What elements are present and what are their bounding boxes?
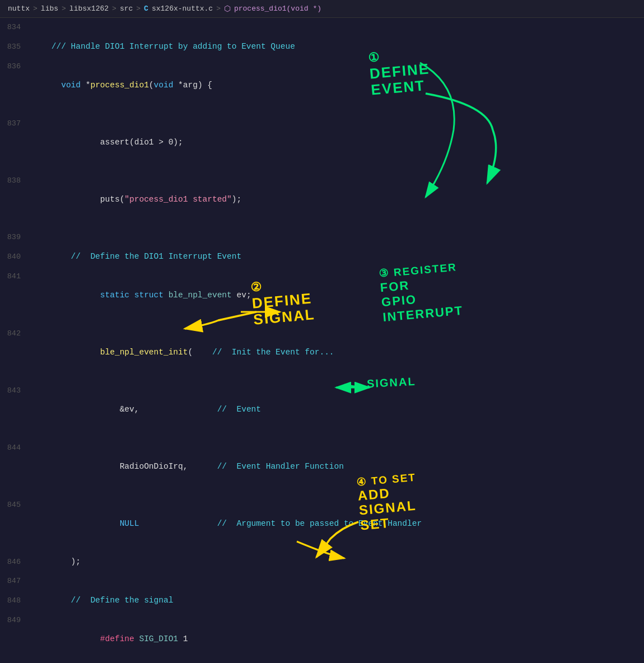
code-line-835: 835 /// Handle DIO1 Interrupt by adding … xyxy=(0,37,644,57)
code-line-847: 847 xyxy=(0,572,644,591)
code-line-845: 845 NULL // Argument to be passed to Eve… xyxy=(0,495,644,552)
breadcrumb-src[interactable]: src xyxy=(120,4,133,13)
code-line-836: 836 void *process_dio1(void *arg) { xyxy=(0,57,644,114)
code-line-849: 849 #define SIG_DIO1 1 xyxy=(0,610,644,663)
code-line-839: 839 xyxy=(0,228,644,247)
code-line-842: 842 ble_npl_event_init( // Init the Even… xyxy=(0,324,644,381)
code-line-846: 846 ); xyxy=(0,552,644,572)
code-line-843: 843 &ev, // Event xyxy=(0,381,644,438)
breadcrumb-nuttx[interactable]: nuttx xyxy=(8,4,30,13)
breadcrumb-function[interactable]: process_dio1(void *) xyxy=(234,4,321,13)
code-line-838: 838 puts("process_dio1 started"); xyxy=(0,171,644,228)
breadcrumb-file[interactable]: sx126x-nuttx.c xyxy=(152,4,213,13)
code-line-844: 844 RadioOnDioIrq, // Event Handler Func… xyxy=(0,438,644,495)
code-area: 834 835 /// Handle DIO1 Interrupt by add… xyxy=(0,18,644,663)
code-line-841: 841 static struct ble_npl_event ev; xyxy=(0,267,644,324)
breadcrumb-func-icon: ⬡ xyxy=(224,4,231,13)
breadcrumb-c-icon: C xyxy=(144,4,148,13)
code-line-837: 837 assert(dio1 > 0); xyxy=(0,114,644,171)
breadcrumb-libs[interactable]: libs xyxy=(41,4,58,13)
code-line-834: 834 xyxy=(0,18,644,37)
breadcrumb-libsx1262[interactable]: libsx1262 xyxy=(69,4,109,13)
code-line-840: 840 // Define the DIO1 Interrupt Event xyxy=(0,247,644,267)
code-line-848: 848 // Define the signal xyxy=(0,591,644,610)
breadcrumb: nuttx > libs > libsx1262 > src > C sx126… xyxy=(0,0,644,18)
